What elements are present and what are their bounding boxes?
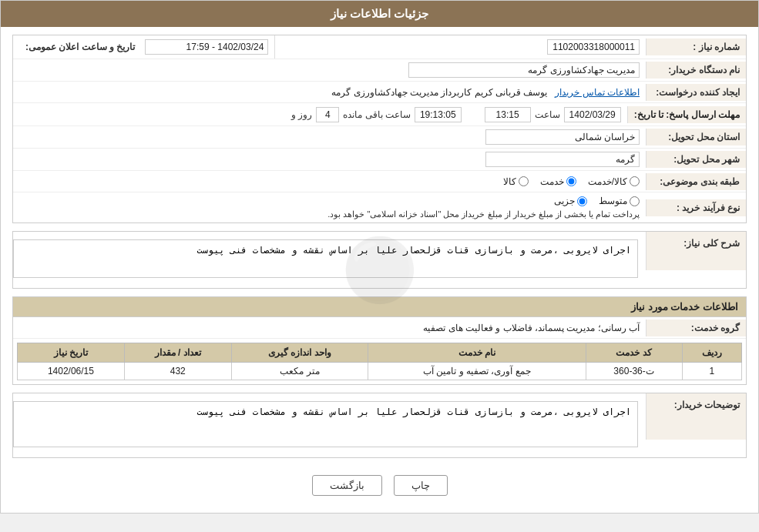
buyer-desc-textarea (13, 401, 638, 447)
need-desc-row: شرح کلی نیاز: (13, 232, 746, 288)
service-group-row: گروه خدمت: آب رسانی؛ مدیریت پسماند، فاضل… (13, 317, 746, 339)
province-value: خراسان شمالی (13, 126, 646, 148)
category-kala-khadamat-radio[interactable] (630, 176, 640, 186)
need-desc-value-wrapper (13, 232, 646, 288)
need-desc-label: شرح کلی نیاز: (646, 232, 746, 270)
purchase-type-detail: پرداخت تمام یا بخشی از مبلغ خریدار از مب… (19, 209, 640, 219)
service-table-header-row: ردیف کد خدمت نام خدمت واحد اندازه گیری ت… (18, 343, 742, 363)
buyer-desc-row: توضیحات خریدار: (13, 393, 746, 457)
purchase-type-row: نوع فرآیند خرید : متوسط جزیی پرداخت تمام… (13, 192, 746, 223)
city-box: گرمه (485, 152, 640, 167)
category-kala-option[interactable]: کالا (503, 176, 529, 187)
deadline-remaining-box: 19:13:05 (415, 107, 462, 122)
category-kala-radio[interactable] (519, 176, 529, 186)
category-label: طبقه بندی موضوعی: (646, 173, 746, 190)
table-cell-3: متر مکعب (231, 363, 368, 380)
service-table-head: ردیف کد خدمت نام خدمت واحد اندازه گیری ت… (18, 343, 742, 363)
service-table-body: 1ت-36-360جمع آوری، تصفیه و تامین آبمتر م… (18, 363, 742, 380)
table-row: 1ت-36-360جمع آوری، تصفیه و تامین آبمتر م… (18, 363, 742, 380)
service-info-header: اطلاعات خدمات مورد نیاز (13, 297, 746, 317)
service-group-value: آب رسانی؛ مدیریت پسماند، فاضلاب و فعالیت… (13, 320, 646, 336)
creator-label: ایجاد کننده درخواست: (646, 84, 746, 101)
col-need-date: تاریخ نیاز (18, 343, 125, 363)
buyer-desc-value-wrapper (13, 393, 646, 457)
purchase-type-jazee-radio[interactable] (577, 196, 587, 206)
table-cell-0: 1 (682, 363, 741, 380)
need-desc-textarea (13, 239, 638, 278)
need-number-row: شماره نیاز : 1102003318000011 1402/03/24… (13, 35, 746, 59)
service-group-label: گروه خدمت: (646, 320, 746, 336)
need-number-value: 1102003318000011 (275, 36, 646, 58)
service-info-section: اطلاعات خدمات مورد نیاز گروه خدمت: آب رس… (12, 296, 747, 385)
category-kala-khadamat-option[interactable]: کالا/خدمت (588, 176, 640, 187)
purchase-type-jazee-label: جزیی (554, 196, 575, 206)
province-box: خراسان شمالی (485, 129, 640, 145)
service-table-wrapper: ردیف کد خدمت نام خدمت واحد اندازه گیری ت… (13, 339, 746, 384)
need-desc-section: شرح کلی نیاز: (12, 231, 747, 289)
need-number-box: 1102003318000011 (547, 39, 640, 55)
announce-datetime-box: 1402/03/24 - 17:59 (145, 39, 268, 55)
purchase-type-radio-group: متوسط جزیی (19, 196, 640, 206)
purchase-type-motavaset-radio[interactable] (630, 196, 640, 206)
category-radio-group: کالا/خدمت خدمت کالا (19, 176, 640, 187)
buyer-desc-section: توضیحات خریدار: (12, 393, 747, 458)
table-cell-4: 432 (124, 363, 231, 380)
page-title: جزئیات اطلاعات نیاز (1, 1, 758, 27)
print-button[interactable]: چاپ (394, 475, 448, 496)
creator-value: اطلاعات تماس خریدار یوسف قربانی کریم کار… (13, 84, 646, 101)
service-table: ردیف کد خدمت نام خدمت واحد اندازه گیری ت… (17, 343, 742, 380)
category-kala-khadamat-label: کالا/خدمت (588, 176, 627, 187)
deadline-days-label: روز و (291, 109, 312, 120)
announce-datetime-label: تاریخ و ساعت اعلان عمومی: (19, 38, 141, 55)
service-info-body: گروه خدمت: آب رسانی؛ مدیریت پسماند، فاضل… (13, 317, 746, 384)
buyer-org-value: مدیریت جهادکشاورزی گرمه (13, 59, 646, 81)
deadline-row: مهلت ارسال پاسخ: تا تاریخ: 1402/03/29 سا… (13, 103, 746, 126)
back-button[interactable]: بازگشت (312, 475, 382, 496)
deadline-time-box: 13:15 (485, 107, 531, 122)
province-row: استان محل تحویل: خراسان شمالی (13, 126, 746, 149)
creator-name: یوسف قربانی کریم کاربرداز مدیریت جهادکشا… (331, 87, 547, 98)
deadline-time-label: ساعت (535, 109, 560, 120)
need-number-label: شماره نیاز : (646, 38, 746, 55)
col-unit: واحد اندازه گیری (231, 343, 368, 363)
col-service-name: نام خدمت (368, 343, 586, 363)
buyer-org-label: نام دستگاه خریدار: (646, 62, 746, 79)
city-row: شهر محل تحویل: گرمه (13, 149, 746, 171)
table-cell-5: 1402/06/15 (18, 363, 125, 380)
creator-row: ایجاد کننده درخواست: اطلاعات تماس خریدار… (13, 82, 746, 103)
purchase-type-value: متوسط جزیی پرداخت تمام یا بخشی از مبلغ خ… (13, 192, 646, 223)
col-row-num: ردیف (682, 343, 741, 363)
deadline-date-box: 1402/03/29 (564, 107, 621, 122)
purchase-type-motavaset-label: متوسط (599, 196, 627, 206)
purchase-type-jazee-option[interactable]: جزیی (554, 196, 587, 206)
buyer-desc-label: توضیحات خریدار: (646, 393, 746, 440)
category-khadamat-option[interactable]: خدمت (540, 176, 576, 187)
table-cell-2: جمع آوری، تصفیه و تامین آب (368, 363, 586, 380)
province-label: استان محل تحویل: (646, 129, 746, 146)
contact-link[interactable]: اطلاعات تماس خریدار (555, 87, 640, 98)
deadline-values: 1402/03/29 ساعت 13:15 19:13:05 ساعت باقی… (13, 104, 627, 125)
category-value: کالا/خدمت خدمت کالا (13, 173, 646, 190)
city-value: گرمه (13, 149, 646, 170)
buttons-row: بازگشت چاپ (12, 466, 747, 505)
col-quantity: تعداد / مقدار (124, 343, 231, 363)
category-kala-label: کالا (503, 176, 516, 187)
category-khadamat-label: خدمت (540, 176, 564, 187)
main-info-section: شماره نیاز : 1102003318000011 1402/03/24… (12, 35, 747, 223)
city-label: شهر محل تحویل: (646, 151, 746, 168)
buyer-org-box: مدیریت جهادکشاورزی گرمه (408, 62, 640, 78)
category-khadamat-radio[interactable] (566, 176, 576, 186)
deadline-label: مهلت ارسال پاسخ: تا تاریخ: (627, 106, 746, 123)
deadline-remaining-label: ساعت باقی مانده (343, 109, 411, 120)
purchase-type-label: نوع فرآیند خرید : (646, 199, 746, 216)
deadline-days-box: 4 (316, 107, 339, 122)
buyer-org-row: نام دستگاه خریدار: مدیریت جهادکشاورزی گر… (13, 59, 746, 82)
col-service-code: کد خدمت (586, 343, 682, 363)
category-row: طبقه بندی موضوعی: کالا/خدمت خدمت (13, 171, 746, 192)
purchase-type-motavaset-option[interactable]: متوسط (599, 196, 640, 206)
table-cell-1: ت-36-360 (586, 363, 682, 380)
